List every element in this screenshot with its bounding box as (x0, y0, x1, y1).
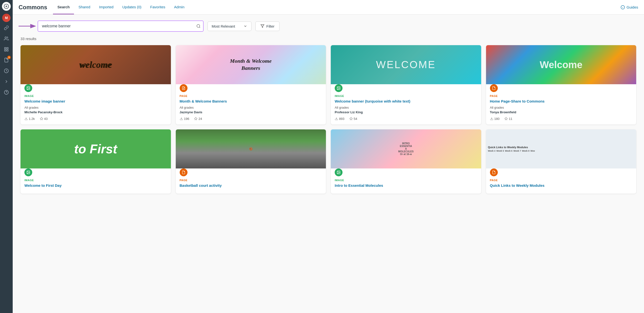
downloads-count-3: 893 (339, 117, 344, 120)
svg-rect-5 (7, 50, 8, 51)
card-title-4[interactable]: Home Page-Share to Commons (490, 99, 632, 104)
sidebar-item-list[interactable] (2, 44, 11, 54)
results-count: 33 results (20, 36, 636, 41)
card-molecules[interactable]: INTROESSENTIAAMOLECULESOr at 16-w IMAGE (331, 130, 481, 194)
badge-count: 3 (7, 56, 11, 59)
badge-area-7 (331, 168, 481, 173)
card-first[interactable]: to First IMAGE Welcome to First Day (20, 130, 171, 194)
card-body-6: PAGE Basketball court activity (176, 173, 326, 194)
sort-selected: Most Relevant (212, 24, 235, 28)
sidebar-item-link[interactable] (2, 23, 11, 33)
card-badge-8 (490, 168, 498, 176)
card-stats-3: 893 54 (335, 117, 477, 120)
filter-button[interactable]: Filter (255, 22, 280, 31)
card-author-4: Tonya Brownfield (490, 110, 632, 114)
card-stars-4: 11 (504, 117, 512, 120)
card-grades-2: All grades (180, 106, 322, 110)
stars-count-4: 11 (509, 117, 512, 120)
card-title-2[interactable]: Month & Welcome Banners (180, 99, 322, 104)
svg-line-15 (199, 27, 200, 28)
card-downloads-4: 180 (490, 117, 500, 120)
tab-search[interactable]: Search (53, 0, 74, 14)
card-title-6[interactable]: Basketball court activity (180, 183, 322, 188)
card-thumbnail-5: to First (20, 130, 171, 168)
card-thumbnail-8: Quick Links to Weekly Modules Week 4Week… (486, 130, 636, 168)
card-badge-6 (180, 168, 188, 176)
card-downloads-2: 196 (180, 117, 190, 120)
tab-shared[interactable]: Shared (74, 0, 94, 14)
guides-button[interactable]: Guides (620, 5, 638, 10)
card-title-7[interactable]: Intro to Essential Molecules (335, 183, 477, 188)
card-type-3: IMAGE (335, 94, 477, 98)
card-stats-2: 196 24 (180, 117, 322, 120)
card-stats-4: 180 11 (490, 117, 632, 120)
card-body-7: IMAGE Intro to Essential Molecules (331, 173, 481, 194)
card-welcome-image[interactable]: welcome IMAGE Welcome image banner All g… (20, 45, 171, 124)
nav-tabs: Search Shared Imported Updates (0) Favor… (53, 0, 189, 14)
svg-point-14 (197, 24, 200, 27)
svg-point-34 (28, 172, 28, 172)
card-type-1: IMAGE (24, 94, 167, 98)
svg-point-18 (28, 88, 28, 88)
sidebar-item-arrow[interactable] (2, 77, 11, 86)
search-input[interactable] (38, 20, 204, 32)
tab-favorites[interactable]: Favorites (146, 0, 170, 14)
card-home-page[interactable]: Welcome PAGE Home Page-Share to Commons … (486, 45, 636, 124)
header: Commons Search Shared Imported Updates (… (13, 0, 644, 15)
thumb-links-8: Week 4Week 5Week 6Week 7Week 8Wee (488, 150, 535, 152)
svg-marker-32 (504, 117, 508, 120)
thumb-text-7: INTROESSENTIAAMOLECULESOr at 16-w (396, 140, 416, 158)
card-author-1: Michelle Pacansky-Brock (24, 110, 167, 114)
card-month-welcome[interactable]: Month & WelcomeBanners PAGE (176, 45, 326, 124)
card-title-8[interactable]: Quick Links to Weekly Modules (490, 183, 632, 188)
user-avatar[interactable]: M (2, 14, 10, 22)
card-badge-1 (24, 84, 32, 92)
badge-area-5 (20, 168, 171, 173)
badge-area-3 (331, 84, 481, 89)
svg-marker-30 (350, 117, 352, 120)
card-title-3[interactable]: Welcome banner (turquoise with white tex… (335, 99, 477, 104)
sidebar-item-group[interactable] (2, 34, 11, 44)
card-body-4: PAGE Home Page-Share to Commons All grad… (486, 89, 636, 124)
search-input-wrapper (38, 20, 204, 32)
thumb-text-6: 🏀 (249, 147, 253, 151)
search-arrow-indicator (18, 23, 38, 30)
card-title-1[interactable]: Welcome image banner (24, 99, 167, 104)
card-type-2: PAGE (180, 94, 322, 98)
card-type-5: IMAGE (24, 179, 167, 182)
badge-area-1 (20, 84, 171, 89)
tab-admin[interactable]: Admin (170, 0, 189, 14)
search-submit-button[interactable] (196, 24, 201, 28)
thumb-text-3: WELCOME (376, 59, 436, 70)
tab-updates[interactable]: Updates (0) (118, 0, 146, 14)
downloads-count-4: 180 (494, 117, 500, 120)
card-modules[interactable]: Quick Links to Weekly Modules Week 4Week… (486, 130, 636, 194)
sidebar: M 3 (0, 0, 13, 313)
guides-label: Guides (626, 5, 638, 9)
card-badge-2 (180, 84, 188, 92)
card-title-5[interactable]: Welcome to First Day (24, 183, 167, 188)
app-logo[interactable] (2, 2, 11, 11)
thumb-text-4: Welcome (540, 59, 582, 70)
sort-dropdown[interactable]: Most Relevant (208, 22, 252, 31)
svg-marker-26 (194, 117, 197, 120)
card-welcome-teal[interactable]: WELCOME IMAGE Welcome banner (turquoise … (331, 45, 481, 124)
card-thumbnail-2: Month & WelcomeBanners (176, 45, 326, 84)
card-stars-1: 43 (40, 117, 48, 120)
sidebar-item-badge[interactable]: 3 (2, 55, 11, 65)
card-author-2: Jazmyne Davis (180, 110, 322, 114)
card-downloads-3: 893 (335, 117, 344, 120)
thumb-title-8: Quick Links to Weekly Modules (488, 146, 528, 149)
card-body-8: PAGE Quick Links to Weekly Modules (486, 173, 636, 194)
card-title-row-2: Month & Welcome Banners (180, 99, 322, 104)
stars-count-2: 24 (198, 117, 202, 120)
tab-imported[interactable]: Imported (95, 0, 118, 14)
badge-area-6 (176, 168, 326, 173)
badge-area-8 (486, 168, 636, 173)
sidebar-item-clock[interactable] (2, 66, 11, 76)
card-thumbnail-7: INTROESSENTIAAMOLECULESOr at 16-w (331, 130, 481, 168)
sidebar-item-help[interactable] (2, 88, 11, 97)
card-basketball[interactable]: 🏀 PAGE Basketball court activity (176, 130, 326, 194)
svg-rect-3 (7, 48, 8, 49)
card-thumbnail-6: 🏀 (176, 130, 326, 168)
